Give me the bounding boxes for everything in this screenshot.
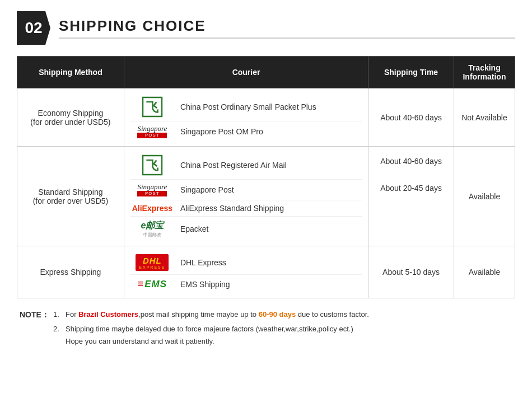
svg-text:飞: 飞 xyxy=(146,100,158,114)
note-text-2: Shipping time maybe delayed due to force… xyxy=(66,323,353,348)
note-highlight-days: 60-90 days xyxy=(259,310,296,319)
method-express: Express Shipping xyxy=(17,246,124,298)
note-header-row: NOTE： 1. For Brazil Customers,post mail … xyxy=(20,308,515,350)
svg-text:飞: 飞 xyxy=(146,158,158,172)
courier-logo-dhl: DHL EXPRESS xyxy=(130,254,175,271)
col-header-tracking: Tracking Information xyxy=(454,57,515,88)
col-header-time: Shipping Time xyxy=(368,57,454,88)
courier-item: DHL EXPRESS DHL Express xyxy=(130,251,362,275)
courier-name: Singapore Post OM Pro xyxy=(180,127,263,136)
courier-logo-singapore: Singapore POST xyxy=(130,125,175,138)
epacket-logo: e邮宝 xyxy=(141,221,164,230)
note-num-2: 2. xyxy=(53,323,66,348)
courier-logo-chinapost: 飞 xyxy=(130,96,175,118)
courier-item: Singapore POST Singapore Post xyxy=(130,180,362,200)
courier-item: AliExpress AliExpress Standard Shipping xyxy=(130,200,362,217)
courier-name: Epacket xyxy=(180,224,209,233)
table-row-standard: Standard Shipping(for order over USD5) 飞… xyxy=(17,147,515,246)
ems-logo-text: EMS xyxy=(144,279,167,290)
col-header-method: Shipping Method xyxy=(17,57,124,88)
epacket-subtext: 中国邮政 xyxy=(141,232,164,238)
courier-logo-chinapost2: 飞 xyxy=(130,154,175,176)
courier-item: Singapore POST Singapore Post OM Pro xyxy=(130,121,362,142)
courier-name: DHL Express xyxy=(180,258,226,267)
couriers-express: DHL EXPRESS DHL Express ≡ EMS EMS Shippi… xyxy=(124,246,368,298)
tracking-standard: Available xyxy=(454,147,515,246)
courier-name: AliExpress Standard Shipping xyxy=(180,204,284,213)
courier-name: China Post Ordinary Small Packet Plus xyxy=(180,102,316,111)
shipping-time-standard: About 40-60 daysAbout 20-45 days xyxy=(368,147,454,246)
ali-logo-text: Ali xyxy=(132,204,142,213)
courier-item: e邮宝 中国邮政 Epacket xyxy=(130,217,362,241)
singapore-post-label-2: POST xyxy=(137,191,167,196)
ems-arrow-icon: ≡ xyxy=(138,278,144,290)
courier-name: China Post Registered Air Mail xyxy=(180,161,287,170)
shipping-time-express: About 5-10 days xyxy=(368,246,454,298)
page-title: SHIPPING CHOICE xyxy=(59,17,515,39)
note-item-2: 2. Shipping time maybe delayed due to fo… xyxy=(53,323,369,348)
note-label: NOTE： xyxy=(20,308,53,350)
courier-logo-epacket: e邮宝 中国邮政 xyxy=(130,220,175,238)
courier-logo-singapore2: Singapore POST xyxy=(130,183,175,196)
page-header: 02 SHIPPING CHOICE xyxy=(17,11,515,45)
method-standard: Standard Shipping(for order over USD5) xyxy=(17,147,124,246)
tracking-economy: Not Available xyxy=(454,88,515,147)
note-text-1: For Brazil Customers,post mail shipping … xyxy=(66,308,369,321)
shipping-time-economy: About 40-60 days xyxy=(368,88,454,147)
singapore-post-label: POST xyxy=(137,133,167,138)
courier-item: ≡ EMS EMS Shipping xyxy=(130,275,362,293)
table-row-economy: Economy Shipping(for order under USD5) 飞… xyxy=(17,88,515,147)
dhl-logo-text: DHL xyxy=(143,256,162,265)
couriers-economy: 飞 China Post Ordinary Small Packet Plus … xyxy=(124,88,368,147)
ali-express-text: Express xyxy=(142,204,172,213)
couriers-standard: 飞 China Post Registered Air Mail Singapo… xyxy=(124,147,368,246)
singapore-script: Singapore xyxy=(137,125,167,132)
col-header-courier: Courier xyxy=(124,57,368,88)
courier-item: 飞 China Post Ordinary Small Packet Plus xyxy=(130,93,362,121)
table-row-express: Express Shipping DHL EXPRESS DHL Express… xyxy=(17,246,515,298)
chinapost-icon-2: 飞 xyxy=(142,154,163,176)
courier-name: Singapore Post xyxy=(180,185,234,194)
tracking-express: Available xyxy=(454,246,515,298)
shipping-table: Shipping Method Courier Shipping Time Tr… xyxy=(17,56,515,298)
singapore-script-2: Singapore xyxy=(137,183,167,190)
table-header-row: Shipping Method Courier Shipping Time Tr… xyxy=(17,57,515,88)
section-badge: 02 xyxy=(17,11,50,45)
note-num-1: 1. xyxy=(53,308,66,321)
method-economy: Economy Shipping(for order under USD5) xyxy=(17,88,124,147)
dhl-express-text: EXPRESS xyxy=(139,265,165,269)
badge-number: 02 xyxy=(25,19,42,37)
note-items: 1. For Brazil Customers,post mail shippi… xyxy=(53,308,369,350)
courier-logo-ems: ≡ EMS xyxy=(130,278,175,290)
courier-logo-aliexpress: AliExpress xyxy=(130,204,175,213)
courier-name: EMS Shipping xyxy=(180,280,230,289)
note-item-1: 1. For Brazil Customers,post mail shippi… xyxy=(53,308,369,321)
note-highlight-brazil: Brazil Customers xyxy=(78,310,138,319)
chinapost-icon: 飞 xyxy=(142,96,163,118)
notes-section: NOTE： 1. For Brazil Customers,post mail … xyxy=(17,308,515,350)
courier-item: 飞 China Post Registered Air Mail xyxy=(130,151,362,180)
